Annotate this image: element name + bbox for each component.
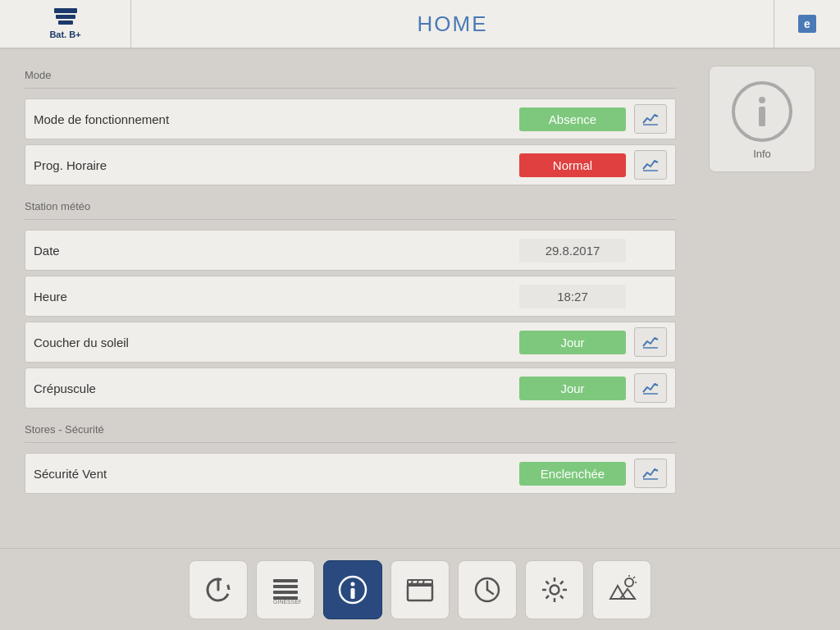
section-label-station-meteo: Station météo	[25, 200, 676, 212]
row-prog-horaire: Prog. HoraireNormal	[25, 144, 676, 185]
chart-btn-coucher-soleil[interactable]	[634, 327, 667, 357]
row-value-securite-vent: Enclenchée	[519, 462, 626, 486]
bat-label: Bat. B+	[49, 30, 80, 39]
svg-line-36	[560, 581, 564, 584]
blinds-button[interactable]: GINESSER	[256, 560, 315, 619]
header-right: e	[774, 0, 840, 48]
section-mode: ModeMode de fonctionnementAbsence Prog. …	[25, 69, 676, 185]
svg-rect-15	[273, 591, 298, 594]
gear-icon	[539, 574, 570, 605]
info-card[interactable]: Info	[709, 66, 815, 172]
toolbar: GINESSER	[0, 548, 840, 630]
info-button[interactable]	[323, 560, 382, 619]
row-label-date: Date	[34, 244, 214, 258]
svg-rect-2	[58, 21, 73, 25]
weather-icon	[606, 574, 637, 605]
svg-point-29	[550, 585, 559, 594]
svg-line-42	[633, 577, 635, 578]
row-value-area-securite-vent: Enclenchée	[214, 462, 629, 486]
row-label-prog-horaire: Prog. Horaire	[34, 158, 214, 172]
header: Bat. B+ HOME e	[0, 0, 840, 49]
row-label-crepuscule: Crépuscule	[34, 381, 214, 395]
row-value-area-coucher-soleil: Jour	[214, 331, 629, 354]
row-value-crepuscule: Jour	[519, 377, 626, 400]
section-station-meteo: Station météoDate29.8.2017Heure18:27Couc…	[25, 200, 676, 409]
row-securite-vent: Sécurité VentEnclenchée	[25, 453, 676, 494]
content-left: ModeMode de fonctionnementAbsence Prog. …	[25, 69, 676, 494]
row-value-area-mode-fonctionnement: Absence	[214, 107, 629, 131]
svg-rect-20	[351, 588, 355, 599]
row-mode-fonctionnement: Mode de fonctionnementAbsence	[25, 98, 676, 139]
blinds-icon: GINESSER	[270, 574, 301, 605]
row-value-mode-fonctionnement: Absence	[519, 107, 626, 131]
section-label-mode: Mode	[25, 69, 676, 81]
header-center: HOME	[131, 0, 774, 48]
row-value-date: 29.8.2017	[519, 239, 626, 262]
row-value-area-date: 29.8.2017	[214, 239, 629, 262]
chart-btn-prog-horaire[interactable]	[634, 150, 667, 180]
row-value-prog-horaire: Normal	[519, 153, 626, 177]
svg-point-40	[625, 578, 633, 587]
svg-rect-10	[759, 107, 765, 126]
section-stores-securite: Stores - SécuritéSécurité VentEnclenchée	[25, 423, 676, 494]
svg-line-35	[560, 596, 564, 599]
row-label-mode-fonctionnement: Mode de fonctionnement	[34, 112, 214, 126]
section-divider-mode	[25, 88, 676, 89]
row-value-coucher-soleil: Jour	[519, 331, 626, 354]
section-label-stores-securite: Stores - Sécurité	[25, 423, 676, 436]
info-icon	[337, 574, 368, 605]
section-divider-stores-securite	[25, 442, 676, 443]
weather-button[interactable]	[592, 560, 651, 619]
logo-icon	[52, 8, 79, 28]
row-value-heure: 18:27	[519, 285, 626, 308]
row-heure: Heure18:27	[25, 276, 676, 317]
settings-button[interactable]	[525, 560, 584, 619]
row-label-securite-vent: Sécurité Vent	[34, 467, 214, 481]
power-button[interactable]	[189, 560, 248, 619]
chart-btn-securite-vent[interactable]	[634, 459, 667, 488]
svg-line-37	[546, 596, 550, 599]
chart-btn-mode-fonctionnement[interactable]	[634, 104, 667, 134]
svg-marker-38	[610, 586, 625, 599]
chart-btn-crepuscule[interactable]	[634, 373, 667, 403]
row-value-area-heure: 18:27	[214, 285, 629, 308]
svg-text:GINESSER: GINESSER	[273, 599, 301, 605]
row-date: Date29.8.2017	[25, 230, 676, 271]
row-crepuscule: CrépusculeJour	[25, 368, 676, 409]
svg-line-28	[487, 590, 493, 594]
svg-rect-1	[56, 15, 75, 19]
svg-point-9	[759, 97, 765, 103]
clock-button[interactable]	[458, 560, 517, 619]
power-icon	[203, 574, 234, 605]
svg-rect-14	[273, 585, 298, 588]
row-label-coucher-soleil: Coucher du soleil	[34, 336, 214, 349]
row-value-area-crepuscule: Jour	[214, 377, 629, 400]
row-coucher-soleil: Coucher du soleilJour	[25, 322, 676, 363]
row-value-area-prog-horaire: Normal	[214, 153, 629, 177]
scenes-button[interactable]	[390, 560, 450, 619]
info-card-label: Info	[753, 148, 771, 160]
info-large-icon	[729, 79, 795, 144]
e-icon[interactable]: e	[798, 15, 816, 33]
svg-line-34	[546, 581, 550, 584]
header-left: Bat. B+	[0, 0, 131, 48]
clapperboard-icon	[404, 574, 436, 605]
clock-icon	[472, 574, 503, 605]
svg-point-19	[351, 582, 355, 586]
section-divider-station-meteo	[25, 219, 676, 220]
row-label-heure: Heure	[34, 290, 214, 304]
svg-rect-0	[54, 8, 77, 13]
page-title: HOME	[418, 11, 488, 37]
svg-rect-13	[273, 579, 298, 582]
